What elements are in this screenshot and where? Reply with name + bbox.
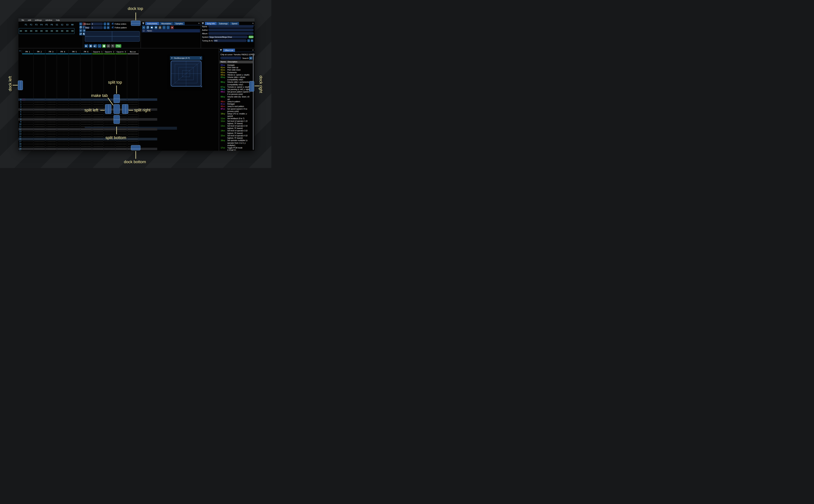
- pattern-cell[interactable]: [80, 133, 92, 135]
- repeat-pattern-button[interactable]: ↻: [111, 44, 115, 48]
- pattern-cell[interactable]: [115, 128, 127, 130]
- menu-item-window[interactable]: window: [44, 19, 54, 21]
- pattern-cell[interactable]: [45, 108, 57, 111]
- poly-button[interactable]: Poly: [115, 44, 121, 48]
- channel-header-noise[interactable]: Noise: [127, 50, 139, 54]
- collapse-icon[interactable]: ▼: [171, 57, 173, 59]
- pattern-cell[interactable]: [127, 113, 139, 116]
- pattern-cell[interactable]: [22, 143, 34, 145]
- pattern-cell[interactable]: [92, 148, 104, 150]
- pattern-cell[interactable]: [115, 130, 127, 133]
- pattern-cell[interactable]: [69, 108, 80, 111]
- split-left-button[interactable]: [105, 104, 111, 114]
- move-instrument-down-button[interactable]: ↓: [166, 26, 170, 29]
- pattern-cell[interactable]: [127, 121, 139, 123]
- pattern-cell[interactable]: [57, 148, 69, 150]
- pattern-cell[interactable]: [80, 101, 92, 103]
- pattern-cell[interactable]: [69, 148, 80, 150]
- orders-channel-header[interactable]: S2: [60, 24, 64, 26]
- pattern-rows[interactable]: 0123456789101112131415161718192021: [18, 98, 157, 151]
- pattern-cell[interactable]: [34, 143, 45, 145]
- tab-inst-samples[interactable]: Samples: [173, 22, 185, 25]
- pattern-cell[interactable]: [115, 140, 127, 143]
- hamburger-menu-icon[interactable]: ≡: [249, 57, 252, 60]
- step-minus-button[interactable]: -: [104, 26, 106, 29]
- pattern-cell[interactable]: [92, 98, 104, 101]
- pattern-cell[interactable]: [127, 138, 139, 140]
- tuning-plus-button[interactable]: +: [251, 39, 253, 42]
- pattern-row[interactable]: 1: [18, 101, 157, 103]
- pattern-cell[interactable]: [57, 143, 69, 145]
- pattern-cell[interactable]: [115, 143, 127, 145]
- pattern-cell[interactable]: [57, 130, 69, 133]
- play-pattern-button[interactable]: [89, 44, 92, 48]
- pattern-cell[interactable]: [34, 106, 45, 108]
- pattern-cell[interactable]: [57, 138, 69, 140]
- channel-header-fm-5[interactable]: FM 5: [69, 50, 80, 54]
- pattern-row[interactable]: 11: [18, 125, 157, 128]
- pattern-cell[interactable]: [45, 125, 57, 128]
- pattern-cell[interactable]: [45, 121, 57, 123]
- instrument-list-item[interactable]: - None -: [142, 29, 200, 32]
- pattern-cell[interactable]: [80, 130, 92, 133]
- pattern-row[interactable]: 18: [18, 143, 157, 145]
- pattern-cell[interactable]: [34, 145, 45, 148]
- instrument-dir-button[interactable]: [158, 26, 162, 29]
- pattern-cell[interactable]: [57, 111, 69, 113]
- pattern-cell[interactable]: [57, 133, 69, 135]
- channel-header-square-2[interactable]: Square 2: [104, 50, 115, 54]
- orders-channel-header[interactable]: S1: [55, 24, 59, 26]
- pattern-cell[interactable]: [127, 125, 139, 128]
- pattern-cell[interactable]: [80, 143, 92, 145]
- pattern-row[interactable]: 13: [18, 130, 157, 133]
- pattern-cell[interactable]: [45, 150, 57, 151]
- oscilloscope-title-bar[interactable]: ▼ Oscilloscope (X-Y) ×: [170, 56, 202, 60]
- pattern-row[interactable]: 14: [18, 133, 157, 135]
- hide-tab-bar-icon[interactable]: [220, 49, 222, 51]
- orders-channel-header[interactable]: F3: [34, 24, 39, 26]
- album-input[interactable]: [208, 32, 254, 35]
- pattern-cell[interactable]: [45, 140, 57, 143]
- pattern-cell[interactable]: [127, 98, 139, 101]
- make-tab-button[interactable]: [114, 104, 120, 114]
- pattern-cell[interactable]: [92, 113, 104, 116]
- pattern-cell[interactable]: [92, 125, 104, 128]
- pattern-cell[interactable]: [92, 140, 104, 143]
- pattern-cell[interactable]: [34, 116, 45, 118]
- pattern-row[interactable]: 6: [18, 113, 157, 116]
- split-bottom-button[interactable]: [114, 115, 120, 124]
- pattern-cell[interactable]: [69, 140, 80, 143]
- pattern-cell[interactable]: [45, 138, 57, 140]
- pattern-cell[interactable]: [92, 135, 104, 138]
- pattern-cell[interactable]: [34, 98, 45, 101]
- pattern-cell[interactable]: [57, 150, 69, 151]
- pattern-cell[interactable]: [45, 123, 57, 125]
- pattern-row[interactable]: 2: [18, 103, 157, 106]
- pattern-cell[interactable]: [34, 133, 45, 135]
- pattern-cell[interactable]: [45, 101, 57, 103]
- pattern-cell[interactable]: [45, 111, 57, 113]
- close-icon[interactable]: ×: [252, 49, 254, 51]
- pattern-cell[interactable]: [104, 133, 115, 135]
- scrollbar[interactable]: [253, 53, 254, 150]
- step-label[interactable]: Step: [84, 26, 90, 29]
- pattern-cell[interactable]: [34, 138, 45, 140]
- pattern-cell[interactable]: [104, 143, 115, 145]
- pattern-cell[interactable]: [45, 148, 57, 150]
- delete-instrument-button[interactable]: ×: [170, 26, 174, 29]
- pattern-cell[interactable]: [34, 150, 45, 151]
- pattern-cell[interactable]: [34, 125, 45, 128]
- pattern-cell[interactable]: [22, 135, 34, 138]
- tab-song-song-info[interactable]: Song Info: [205, 22, 217, 25]
- pattern-cell[interactable]: [57, 145, 69, 148]
- orders-channel-header[interactable]: S3: [65, 24, 70, 26]
- pattern-cell[interactable]: [127, 118, 139, 120]
- pattern-cell[interactable]: [92, 138, 104, 140]
- pattern-cell[interactable]: [127, 103, 139, 106]
- pattern-cell[interactable]: [57, 113, 69, 116]
- pattern-cell[interactable]: [92, 150, 104, 151]
- pattern-cell[interactable]: [57, 121, 69, 123]
- pattern-row[interactable]: 15: [18, 135, 157, 138]
- oscilloscope-window[interactable]: ▼ Oscilloscope (X-Y) ×: [170, 56, 202, 87]
- pattern-cell[interactable]: [22, 145, 34, 148]
